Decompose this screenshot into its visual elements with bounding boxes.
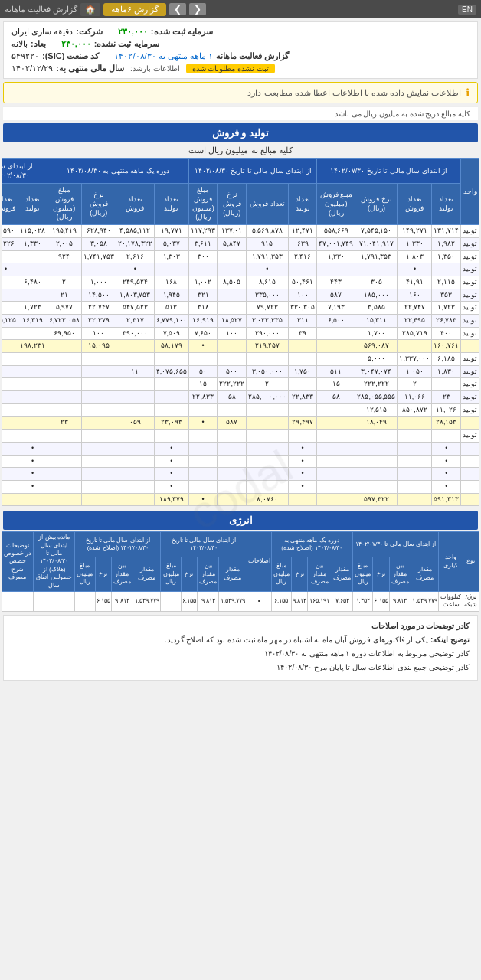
table-row: تولید ۴۰۰ ۲۸۵,۷۱۹ ۱,۷۰۰ ۳۹ ۳۹۰,۰۰۰ ۱۰۰ ۷…	[2, 327, 479, 340]
table-row: تولید ۱۳۱,۷۱۴ ۱۴۹,۲۷۱ ۷,۵۴۵,۱۵۰ ۵۵۸,۶۶۹ …	[2, 225, 479, 238]
table-row: • • • •	[2, 480, 479, 493]
note-box: کلیه مبالغ دریج شده به میلیون ریال می با…	[3, 106, 478, 120]
energy-section-header: انرژی	[3, 511, 478, 530]
table-row: تولید ۳۵۳ ۱۶۰ ۱۸۵,۰۰۰ ۵۸۷ ۱۰۰ ۳۳۵,۰۰۰ ۳۲…	[2, 289, 479, 302]
row-unit: تولید	[461, 289, 479, 302]
col-sales4: تعداد فروش	[2, 184, 18, 225]
table-row: تولید ۱,۸۳۰ ۱,۰۵۰ ۳,۰۴۷,۰۷۴ ۵۱۱ ۱,۷۵۰ ۳,…	[2, 365, 479, 378]
report-period: ۱ ماهه منتهی به ۱۴۰۲/۰۸/۳۰	[114, 51, 212, 61]
energy-corrections-header: اصلاحات	[247, 532, 271, 592]
status-badge: ثبت نشده مطلوبات شده	[186, 64, 275, 74]
row-unit: تولید	[461, 237, 479, 250]
code-value: ۵۴۹۲۲۰	[11, 51, 39, 61]
report-label: گزارش فعالیت ماهانه	[216, 51, 289, 61]
row-unit: تولید	[461, 353, 479, 366]
footnote-2: کادر توضیحی مربوط به اطلاعات دوره ۱ ماهه…	[11, 648, 470, 659]
alert-icon: ℹ	[466, 87, 470, 99]
col-amount2: مبلغ فروش (میلیون ریال)	[188, 184, 218, 225]
col-rate3: نرخ فروش (ریال)	[81, 184, 116, 225]
row-unit: تولید	[461, 263, 479, 276]
fiscal-label: سال مالی منتهی به:	[56, 64, 124, 74]
energy-group2-header: دوره یک ماهه منتهی به ۱۴۰۲/۰۸/۳۰ (اصلاح …	[271, 532, 352, 557]
subtotal-row: ۲۸,۱۵۳ ۱۸,۰۴۹ ۲۹,۴۹۷ ۵۸۷ • ۲۳,۰۹۳ ۰۵۹ ۲۳…	[2, 416, 479, 430]
energy-balance-header: مانده بیش از ابتدای سال مالی تا ۱۴۰۲/۰۸/…	[33, 532, 74, 592]
energy-type-header: نوع	[463, 532, 479, 592]
row-unit: تولید	[461, 250, 479, 263]
footnote1-label: توضیح اینکه:	[430, 635, 470, 644]
table-row: تولید ۱,۹۸۲ ۱,۳۳۰ ۷۱,۰۴۱,۹۱۷ ۴۷,۰۰۱,۷۴۹ …	[2, 237, 479, 250]
report-button[interactable]: گزارش ۶ماهه	[103, 3, 166, 16]
capital2-label: سرمایه ثبت نشده:	[94, 39, 159, 49]
table-row: • • • •	[2, 442, 479, 455]
col-sales1: تعداد فروش	[398, 184, 432, 225]
fiscal-date: ۱۴۰۲/۱۲/۲۹	[11, 64, 53, 74]
status-main: اطلاعات بارشد:	[130, 64, 180, 73]
row-unit: تولید	[461, 378, 479, 391]
row-unit: تولید	[461, 327, 479, 340]
table-row: تولید •	[2, 430, 479, 443]
group3-header: دوره یک ماهه منتهی به ۱۴۰۲/۰۸/۳۰	[47, 159, 188, 184]
bourse-label: بعاد:	[31, 39, 46, 49]
col-prod4: تعداد تولید	[18, 184, 47, 225]
col-rate1: نرخ فروش (ریال)	[355, 184, 398, 225]
energy-row: برق/شبکه کیلووات ساعت ۱,۵۳۹,۷۷۹ ۹,۸۱۳ ۶,…	[2, 591, 479, 611]
table-row: تولید ۲ ۲۲۲,۲۲۲ ۱۵ ۲ ۲۲۲,۲۲۲ ۱۵ •	[2, 378, 479, 391]
col-sales3: تعداد فروش	[116, 184, 154, 225]
footnote1-text: یکی از فاکتورهای فروش آبان ماه به اشتباه…	[165, 635, 428, 644]
company-info-section: سرمایه ثبت شده: ۲۳۰,۰۰۰ شرکت: دقیقه سازی…	[3, 21, 478, 79]
col-prod3: تعداد تولید	[154, 184, 188, 225]
capital1-label: سرمایه ثبت شده:	[151, 27, 213, 37]
col-sales2: تعداد فروش	[246, 184, 288, 225]
footnote-1: توضیح اینکه: یکی از فاکتورهای فروش آبان …	[11, 634, 470, 645]
footnotes-title: کادر توضیحات در مورد اصلاحات	[11, 620, 470, 632]
table-row: تولید ۲۶,۷۸۳ ۲۲,۴۹۵ ۱۵,۳۱۱ ۶,۵۰۰ ۳۱۱ ۳,۰…	[2, 314, 479, 327]
energy-group4-header: از ابتدای سال مالی تا تاریخ ۱۴۰۲/۰۸/۳۰ (…	[75, 532, 161, 557]
language-badge: EN	[458, 5, 476, 15]
grand-total-row: ۵۹۱,۳۱۳ ۵۹۷,۳۲۲ ۸,۰۷۶۰ • ۱۸۹,۳۷۹ ۷,۱۰۰-	[2, 493, 479, 506]
table-row: تولید ۶,۱۸۵ ۱,۳۳۷,۰۰۰ ۵,۰۰۰ •	[2, 353, 479, 366]
col-unit-header: واحد	[461, 159, 479, 225]
col-amount3: مبلغ فروش (میلیون ریال)	[47, 184, 81, 225]
row-unit: تولید	[461, 391, 479, 404]
row-unit: تولید	[461, 403, 479, 416]
alert-box: ℹ اطلاعات نمایش داده شده با اطلاعات اعطا…	[3, 82, 478, 103]
top-navigation-bar: EN ❮ ❯ گزارش ۶ماهه 🏠 گزارش فعالیت ماهانه	[0, 0, 481, 18]
energy-group3-header: از ابتدای سال مالی تا تاریخ ۱۴۰۲/۰۸/۳۰	[161, 532, 247, 557]
col-amount1: مبلغ فروش (میلیون ریال)	[317, 184, 355, 225]
row-unit: تولید	[461, 365, 479, 378]
energy-table-container: نوع واحدکیلری از ابتدای سال مالی تا ۱۴۰۲…	[2, 531, 479, 612]
footnotes-section: کادر توضیحات در مورد اصلاحات توضیح اینکه…	[3, 615, 478, 681]
table-row: تولید ۲,۱۱۵ ۴۱,۹۱ ۳۰۵ ۴۴۳ ۵۰,۴۶۱ ۸,۶۱۵ ۸…	[2, 276, 479, 289]
col-prod2: تعداد تولید	[288, 184, 317, 225]
bourse-value: بالانه	[11, 39, 28, 49]
capital2-value: ۲۳۰,۰۰۰	[61, 39, 91, 49]
main-table: واحد از ابتدای سال مالی تا تاریخ ۱۴۰۲/۰۷…	[2, 158, 479, 506]
energy-group1-header: از ابتدای سال مالی تا ۱۴۰۲/۰۷/۳۰	[353, 532, 439, 557]
page-title: گزارش فعالیت ماهانه	[5, 5, 77, 15]
top-bar-left: EN	[458, 5, 476, 15]
main-section-subheader: کلیه مبالغ به میلیون ریال است	[3, 145, 478, 155]
company-label: شرکت:	[76, 27, 103, 37]
table-row: تولید ۱۱,۰۲۶ ۸۵۰,۸۷۲ ۱۲,۵۱۵ •	[2, 403, 479, 416]
energy-notes-header: توضیحات در خصوص حصص شرح مصرف	[2, 532, 34, 592]
row-unit: تولید	[461, 225, 479, 238]
note-text: کلیه مبالغ دریج شده به میلیون ریال می با…	[335, 109, 470, 118]
alert-text: اطلاعات نمایش داده شده با اطلاعات اعطا ش…	[247, 88, 461, 98]
table-row: • • • •	[2, 455, 479, 468]
company-name: دقیقه سازی ایران	[11, 27, 73, 37]
footnote-3: کادر توضیحی جمع بندی اطلاعات سال تا پایا…	[11, 662, 470, 673]
row-unit: تولید	[461, 430, 479, 443]
group4-header: از ابتدای سال مالی تا تاریخ ۱۴۰۲/۰۸/۳۰ (…	[2, 159, 47, 184]
nav-forward-button[interactable]: ❯	[169, 3, 186, 15]
nav-back-button[interactable]: ❮	[189, 3, 206, 15]
table-row: تولید ۱,۷۲۳ ۲۲,۷۴۷ ۳,۵۸۵ ۷,۱۹۳ ۳۳۰,۳۰۵ ۷…	[2, 302, 479, 315]
table-row: • • • •	[2, 468, 479, 481]
main-table-container: واحد از ابتدای سال مالی تا تاریخ ۱۴۰۲/۰۷…	[2, 158, 479, 506]
capital1-value: ۲۳۰,۰۰۰	[118, 27, 148, 37]
home-button[interactable]: 🏠	[80, 3, 100, 16]
table-row: تولید • • • • •	[2, 263, 479, 276]
row-unit: تولید	[461, 276, 479, 289]
col-prod1: تعداد تولید	[432, 184, 461, 225]
table-row: تولید ۱,۳۵۰ ۱,۸۰۳ ۱,۷۹۱,۳۵۳ ۱,۳۳۰ ۲,۴۱۶ …	[2, 250, 479, 263]
energy-unit-header: واحدکیلری	[439, 532, 463, 592]
